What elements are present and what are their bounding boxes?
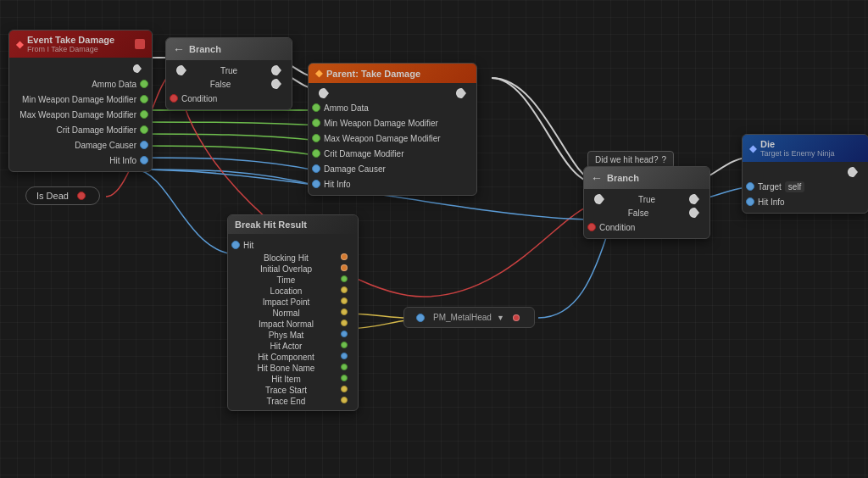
pm-metal-label: PM_MetalHead xyxy=(433,313,492,322)
pt-causer-pin: Damage Causer xyxy=(309,161,476,176)
event-take-damage-title: Event Take Damage xyxy=(27,35,114,45)
parent-take-damage-body: Ammo Data Min Weapon Damage Modifier Max… xyxy=(309,83,476,195)
die-title: Die xyxy=(760,139,775,149)
crit-damage-pin: Crit Damage Modifier xyxy=(9,122,152,137)
pm-metal-node[interactable]: PM_MetalHead ▼ xyxy=(403,307,535,328)
pt-ammo-pin: Ammo Data xyxy=(309,100,476,115)
pt-hitinfo-pin: Hit Info xyxy=(309,176,476,192)
diamond-icon: ◆ xyxy=(16,39,23,50)
parent-take-damage-node[interactable]: ◆ Parent: Take Damage Ammo Data Min Weap… xyxy=(308,63,477,196)
pt-crit-pin: Crit Damage Modifier xyxy=(309,146,476,161)
is-dead-label: Is Dead xyxy=(36,191,69,201)
event-take-damage-body: Ammo Data Min Weapon Damage Modifier Max… xyxy=(9,58,152,171)
break-hit-result-header: Break Hit Result xyxy=(228,215,358,234)
branch1-body: True False Condition xyxy=(166,60,292,109)
branch1-title: Branch xyxy=(189,44,221,54)
die-header: ◆ Die Target is Enemy Ninja xyxy=(743,135,868,162)
pt-min-pin: Min Weapon Damage Modifier xyxy=(309,115,476,131)
bhr-hit-in: Hit xyxy=(228,237,358,253)
die-target-pin: Target self xyxy=(743,179,868,194)
break-hit-result-body: Hit Blocking Hit Initial Overlap Time Lo… xyxy=(228,234,358,410)
did-we-hit-head-label: Did we hit head? xyxy=(595,155,659,164)
event-take-damage-subtitle: From I Take Damage xyxy=(27,45,114,53)
event-take-damage-header: ◆ Event Take Damage From I Take Damage xyxy=(9,31,152,58)
ammo-data-pin: Ammo Data xyxy=(9,76,152,92)
branch1-arrow: ← xyxy=(173,42,185,56)
pt-max-pin: Max Weapon Damage Modifier xyxy=(309,131,476,146)
branch2-body: True False Condition xyxy=(584,189,709,238)
die-node[interactable]: ◆ Die Target is Enemy Ninja Target self … xyxy=(742,134,868,214)
parent-take-damage-header: ◆ Parent: Take Damage xyxy=(309,64,476,83)
die-subtitle: Target is Enemy Ninja xyxy=(760,149,835,158)
branch2-condition-pin: Condition xyxy=(584,220,709,235)
min-weapon-pin: Min Weapon Damage Modifier xyxy=(9,92,152,107)
branch1-node[interactable]: ← Branch True False Condition xyxy=(165,37,292,110)
max-weapon-pin: Max Weapon Damage Modifier xyxy=(9,107,152,122)
die-body: Target self Hit Info xyxy=(743,162,868,213)
exec-out-pin xyxy=(9,61,152,76)
branch2-arrow: ← xyxy=(591,171,603,185)
branch2-header: ← Branch xyxy=(584,167,709,189)
branch1-header: ← Branch xyxy=(166,38,292,60)
die-hitinfo-pin: Hit Info xyxy=(743,194,868,209)
branch1-condition-pin: Condition xyxy=(166,91,292,106)
branch2-node[interactable]: ← Branch True False Condition xyxy=(583,166,710,239)
event-take-damage-node[interactable]: ◆ Event Take Damage From I Take Damage A… xyxy=(8,30,153,172)
hit-info-pin: Hit Info xyxy=(9,153,152,168)
damage-causer-pin: Damage Causer xyxy=(9,137,152,153)
parent-take-damage-title: Parent: Take Damage xyxy=(326,69,420,79)
branch2-title: Branch xyxy=(607,173,639,183)
break-hit-title: Break Hit Result xyxy=(235,220,307,230)
break-hit-result-node[interactable]: Break Hit Result Hit Blocking Hit Initia… xyxy=(227,214,359,411)
is-dead-node[interactable]: Is Dead xyxy=(25,186,100,205)
